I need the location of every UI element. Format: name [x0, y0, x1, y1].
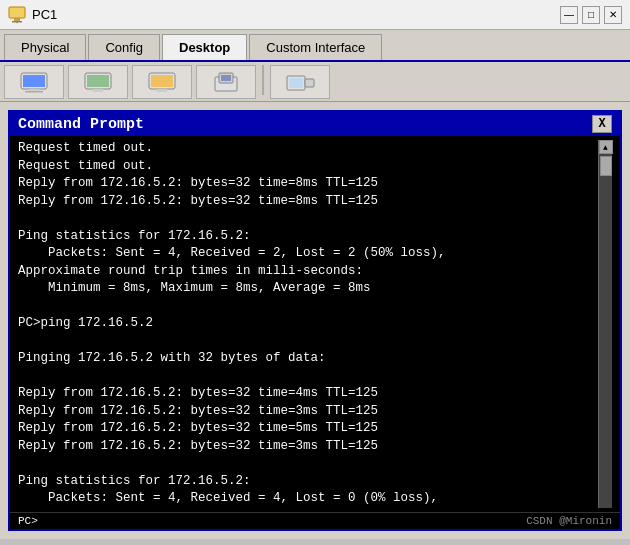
tab-desktop[interactable]: Desktop: [162, 34, 247, 60]
svg-rect-13: [151, 75, 173, 87]
cmd-close-button[interactable]: X: [592, 115, 612, 133]
svg-rect-16: [221, 75, 231, 81]
cmd-window: Command Prompt X Request timed out. Requ…: [8, 110, 622, 531]
title-bar-left: PC1: [8, 6, 57, 24]
tab-bar: Physical Config Desktop Custom Interface: [0, 30, 630, 62]
minimize-button[interactable]: —: [560, 6, 578, 24]
maximize-button[interactable]: □: [582, 6, 600, 24]
toolbar-icon-4[interactable]: [196, 65, 256, 99]
prompt-line[interactable]: PC>: [18, 515, 38, 527]
svg-rect-12: [157, 89, 167, 92]
watermark: CSDN @Mironin: [526, 515, 612, 527]
toolbar-icon-group: [4, 65, 330, 99]
toolbar-icon-3[interactable]: [132, 65, 192, 99]
svg-point-3: [16, 21, 18, 23]
scrollbar-thumb[interactable]: [600, 156, 612, 176]
app-icon: [8, 6, 26, 24]
cmd-text-area[interactable]: Request timed out. Request timed out. Re…: [18, 140, 598, 508]
toolbar-icon-1[interactable]: [4, 65, 64, 99]
tab-custom-interface[interactable]: Custom Interface: [249, 34, 382, 60]
close-button[interactable]: ✕: [604, 6, 622, 24]
svg-rect-1: [14, 18, 20, 21]
app-title: PC1: [32, 7, 57, 22]
svg-rect-7: [23, 75, 45, 87]
cmd-scrollbar[interactable]: ▲: [598, 140, 612, 508]
svg-rect-18: [289, 78, 303, 88]
toolbar-area: [0, 62, 630, 102]
cmd-body: Request timed out. Request timed out. Re…: [10, 136, 620, 512]
cmd-title-bar: Command Prompt X: [10, 112, 620, 136]
cmd-status-bar: PC> CSDN @Mironin: [10, 512, 620, 529]
svg-rect-6: [25, 91, 43, 93]
svg-rect-10: [87, 75, 109, 87]
tab-physical[interactable]: Physical: [4, 34, 86, 60]
svg-rect-9: [93, 89, 103, 92]
toolbar-icon-5[interactable]: [270, 65, 330, 99]
cmd-title: Command Prompt: [18, 116, 144, 133]
main-content: Command Prompt X Request timed out. Requ…: [0, 102, 630, 539]
toolbar-separator: [262, 65, 264, 95]
svg-rect-0: [9, 7, 25, 18]
svg-rect-19: [305, 79, 314, 87]
scrollbar-up-arrow[interactable]: ▲: [599, 140, 613, 154]
title-bar: PC1 — □ ✕: [0, 0, 630, 30]
tab-config[interactable]: Config: [88, 34, 160, 60]
toolbar-icon-2[interactable]: [68, 65, 128, 99]
title-controls: — □ ✕: [560, 6, 622, 24]
